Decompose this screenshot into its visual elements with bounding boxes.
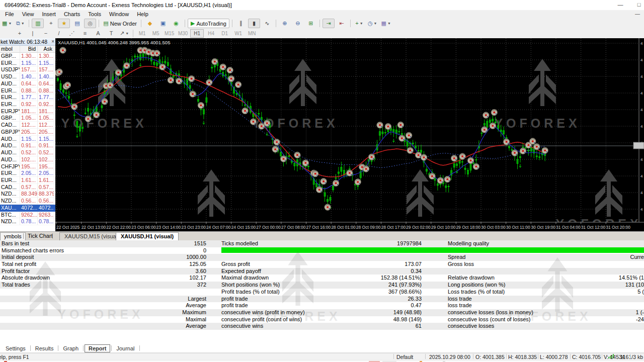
timeframe-m30[interactable]: M30: [177, 30, 189, 37]
tester-tab-settings[interactable]: Settings: [2, 345, 29, 352]
svg-text:XAUUSD,H1 4001.045 4006.248 39: XAUUSD,H1 4001.045 4006.248 3995.955 400…: [58, 40, 170, 45]
text-label-tool[interactable]: T: [105, 29, 117, 38]
new-chart-button[interactable]: ▦▼: [1, 19, 13, 28]
market-watch-row[interactable]: CHFJPY195....195....: [0, 163, 55, 170]
status-segment: O: 4001.385: [475, 354, 505, 360]
tester-tab-graph[interactable]: Graph: [59, 345, 82, 352]
close-icon[interactable]: ×: [51, 38, 54, 45]
community-button[interactable]: ◉: [170, 19, 182, 28]
market-watch-row[interactable]: NZD...88.34988.379: [0, 191, 55, 198]
market-watch-row[interactable]: EUR...0.92...0.92...: [0, 101, 55, 108]
chart-area[interactable]: YOFOREXYOFOREXYOFOREXYOFOREX22 Oct 20252…: [55, 38, 644, 231]
tab-separator: [139, 345, 140, 351]
line-chart-button[interactable]: ∿: [261, 19, 273, 28]
periods-button[interactable]: ◷▼: [366, 19, 379, 28]
zoom-out-button[interactable]: ⊖: [292, 19, 304, 28]
report-label-2: Short positions (won %): [221, 282, 280, 289]
svg-text:29 Oct 02:00: 29 Oct 02:00: [406, 225, 431, 230]
market-watch-row[interactable]: EUR...2.05...2.05...: [0, 170, 55, 177]
indicators-button[interactable]: +▼: [353, 19, 365, 28]
market-watch-row[interactable]: EURJPY181....181....: [0, 108, 55, 115]
zoom-in-button[interactable]: ⊕: [279, 19, 291, 28]
timeframe-m5[interactable]: M5: [149, 30, 162, 37]
status-segment: C: 4016.705: [572, 354, 601, 360]
market-watch-row[interactable]: GBPJPY205....205....: [0, 129, 55, 136]
terminal-toggle[interactable]: ▤: [71, 19, 83, 28]
market-watch-row[interactable]: EUR...1.15...1.15...: [0, 60, 55, 67]
maximize-button[interactable]: □: [631, 1, 644, 9]
navigator-toggle[interactable]: ★: [58, 19, 70, 28]
timeframe-m15[interactable]: M15: [163, 30, 176, 37]
arrows-tool[interactable]: ↗▼: [118, 29, 130, 38]
market-watch-row[interactable]: CAD...112....112....: [0, 122, 55, 129]
report-label-1: Total net profit: [2, 261, 36, 268]
timeframe-d1[interactable]: D1: [218, 30, 231, 37]
minimize-button[interactable]: —: [613, 1, 628, 9]
menu-charts[interactable]: Charts: [60, 11, 84, 18]
menu-window[interactable]: Window: [105, 11, 133, 18]
market-watch-row[interactable]: AUD...102....102....: [0, 156, 55, 163]
print-button[interactable]: ▣: [157, 19, 169, 28]
market-watch-row[interactable]: XAU...4072....4072....: [0, 205, 55, 212]
fibonacci-tool[interactable]: ≡: [79, 29, 91, 38]
chevron-down-icon: ▼: [21, 22, 25, 25]
vertical-line-tool[interactable]: |: [27, 29, 39, 38]
auto-scroll-button[interactable]: ⇥: [323, 19, 335, 28]
timeframe-h1[interactable]: H1: [190, 29, 204, 38]
chart-tab-1[interactable]: XAUUSD,H1 (visual): [116, 232, 179, 241]
market-watch-row[interactable]: EUR...1.61...1.61...: [0, 177, 55, 184]
tab-symbols[interactable]: ymbols: [0, 232, 26, 240]
market-watch-row[interactable]: AUD...0.52...0.52...: [0, 149, 55, 156]
market-watch-row[interactable]: NZD...0.56...0.56...: [0, 198, 55, 205]
menu-view[interactable]: View: [18, 11, 38, 18]
tester-tab-report[interactable]: Report: [85, 344, 110, 352]
report-label-3: consecutive losses (loss in money): [448, 309, 533, 316]
timeframe-mn[interactable]: MN: [246, 30, 258, 37]
channel-tool[interactable]: ⋰: [66, 29, 78, 38]
mdi-minimize-button[interactable]: —: [635, 11, 640, 17]
horizontal-line-tool[interactable]: −: [40, 29, 52, 38]
candlestick-chart[interactable]: YOFOREXYOFOREXYOFOREXYOFOREX22 Oct 20252…: [55, 38, 644, 231]
data-window-toggle[interactable]: ⌖: [45, 19, 57, 28]
market-watch-row[interactable]: EUR...1.77...1.77...: [0, 94, 55, 101]
market-watch-row[interactable]: AUD...1.15...1.15...: [0, 136, 55, 143]
market-watch-row[interactable]: EUR...0.88...0.88...: [0, 87, 55, 95]
tile-windows-button[interactable]: ⊞: [305, 19, 317, 28]
market-watch-row[interactable]: GBP...1.05...1.05...: [0, 115, 55, 122]
market-watch-row[interactable]: USDJPY157....157....: [0, 66, 55, 73]
tab-tick-chart[interactable]: Tick Chart: [24, 232, 56, 240]
templates-button[interactable]: ▦▼: [379, 19, 392, 28]
profiles-button[interactable]: ⧉▼: [14, 19, 26, 28]
metaeditor-button[interactable]: ◆: [144, 19, 156, 28]
market-watch-row[interactable]: BTC...9262...9263...: [0, 212, 55, 219]
timeframe-h4[interactable]: H4: [205, 30, 217, 37]
strategy-tester-toggle[interactable]: ◎: [84, 19, 96, 28]
tester-tab-results[interactable]: Results: [32, 345, 57, 352]
timeframe-m1[interactable]: M1: [136, 30, 148, 37]
menu-insert[interactable]: Insert: [38, 11, 60, 18]
timeframe-w1[interactable]: W1: [232, 30, 245, 37]
market-watch-row[interactable]: GBP...1.30...1.30...: [0, 53, 55, 60]
new-order-button[interactable]: ▤New Order: [102, 19, 138, 28]
candlestick-button[interactable]: ▮: [248, 19, 260, 28]
crosshair-tool[interactable]: +: [14, 29, 26, 38]
report-row: Averageconsecutive wins61consecutive los…: [0, 323, 644, 330]
trendline-tool[interactable]: /: [53, 29, 65, 38]
chart-tab-0[interactable]: XAUUSD,M15 (visual): [59, 232, 124, 241]
menu-tools[interactable]: Tools: [84, 11, 105, 18]
tester-tab-journal[interactable]: Journal: [113, 345, 138, 352]
autotrading-button[interactable]: ▶AutoTrading: [188, 19, 229, 28]
menu-help[interactable]: Help: [133, 11, 152, 18]
market-watch-toggle[interactable]: ▥: [32, 19, 44, 28]
text-tool[interactable]: A: [92, 29, 104, 38]
market-watch-row[interactable]: AUD...0.64...0.64...: [0, 80, 55, 87]
market-watch-row[interactable]: USD...1.40...1.40...: [0, 73, 55, 80]
chart-shift-button[interactable]: ⇤: [336, 19, 348, 28]
symbol-cell: USDJPY: [0, 66, 20, 73]
menu-file[interactable]: File: [1, 11, 18, 18]
tab-separator: [58, 345, 58, 351]
market-watch-row[interactable]: NZD...0.78...0.78...: [0, 218, 55, 225]
market-watch-row[interactable]: AUD...0.91...0.91...: [0, 142, 55, 149]
bar-chart-button[interactable]: ∥: [235, 19, 247, 28]
market-watch-row[interactable]: CAD...0.57...0.57...: [0, 184, 55, 191]
